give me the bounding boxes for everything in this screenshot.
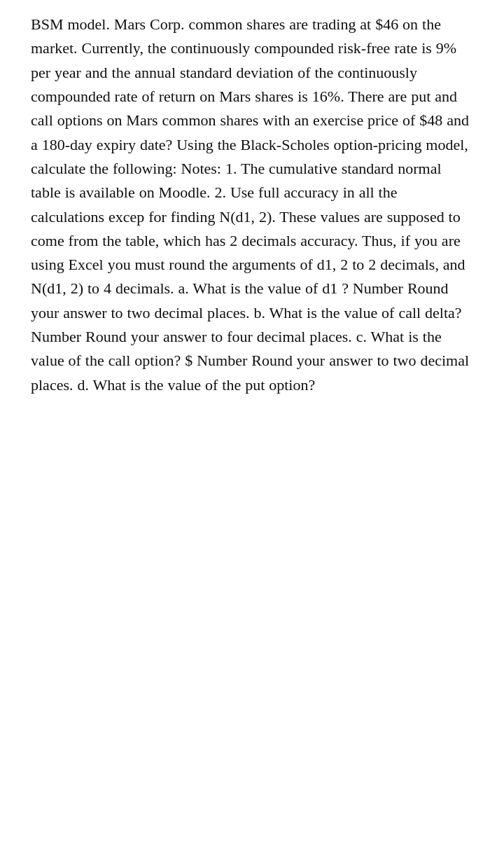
body-text: BSM model. Mars Corp. common shares are …: [31, 13, 473, 397]
main-content: BSM model. Mars Corp. common shares are …: [31, 13, 473, 397]
